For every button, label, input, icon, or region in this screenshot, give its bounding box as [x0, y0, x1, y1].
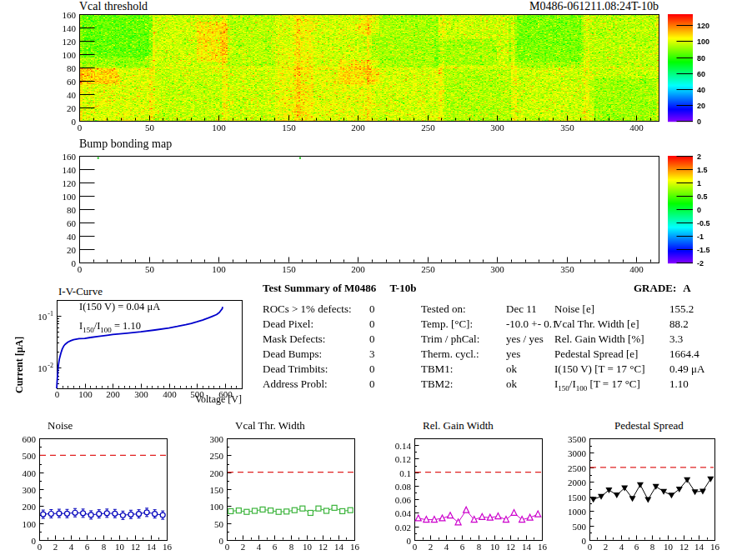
- summary-row-current-ratio: I150/I100 [T = 17 °C]1.10: [554, 378, 689, 392]
- pedestal-spread-plot: [562, 417, 747, 560]
- summary-row: Noise [e]155.2: [554, 302, 694, 316]
- summary-row: Vcal Thr. Width [e]88.2: [554, 318, 689, 331]
- vcal-threshold-heatmap: [50, 8, 730, 140]
- summary-row: Address Probl:0: [263, 378, 375, 391]
- iv-x-axis-label: Voltage [V]: [158, 393, 242, 406]
- grade-badge: GRADE:A: [634, 282, 691, 295]
- summary-row: Temp. [°C]:-10.0 +- 0.1: [421, 318, 558, 331]
- summary-row: TBM2:ok: [421, 378, 517, 391]
- summary-title: Test Summary of M0486T-10b: [263, 282, 416, 295]
- noise-plot: [0, 417, 187, 560]
- summary-row: Therm. cycl.:yes: [421, 348, 520, 361]
- iv-y-axis-label: Current [μA]: [13, 293, 26, 393]
- summary-row: Rel. Gain Width [%]3.3: [554, 332, 683, 346]
- summary-row: Tested on:Dec 11: [421, 302, 537, 316]
- summary-row: Dead Trimbits:0: [263, 362, 375, 376]
- vcal-thr-width-plot: [187, 417, 375, 560]
- summary-row: I(150 V) [T = 17 °C]0.49 μA: [554, 362, 704, 376]
- iv-annotation-current: I(150 V) = 0.04 μA: [79, 301, 160, 313]
- iv-annotation-ratio: I150/I100 = 1.10: [79, 320, 141, 334]
- summary-row: Dead Bumps:3: [263, 348, 375, 361]
- summary-row: Pedestal Spread [e]1664.4: [554, 348, 699, 361]
- iratio-label: I150/I100 [T = 17 °C]: [554, 378, 669, 392]
- summary-row: ROCs > 1% defects:0: [263, 302, 375, 316]
- rel-gain-width-plot: [374, 417, 563, 560]
- summary-row: Trim / phCal:yes / yes: [421, 332, 544, 346]
- summary-row: Dead Pixel:0: [263, 318, 375, 331]
- summary-row: Mask Defects:0: [263, 332, 375, 346]
- bump-bonding-heatmap: [50, 148, 730, 278]
- test-summary-page: Vcal threshold M0486-061211.08:24T-10b B…: [0, 0, 747, 560]
- summary-row: TBM1:ok: [421, 362, 517, 376]
